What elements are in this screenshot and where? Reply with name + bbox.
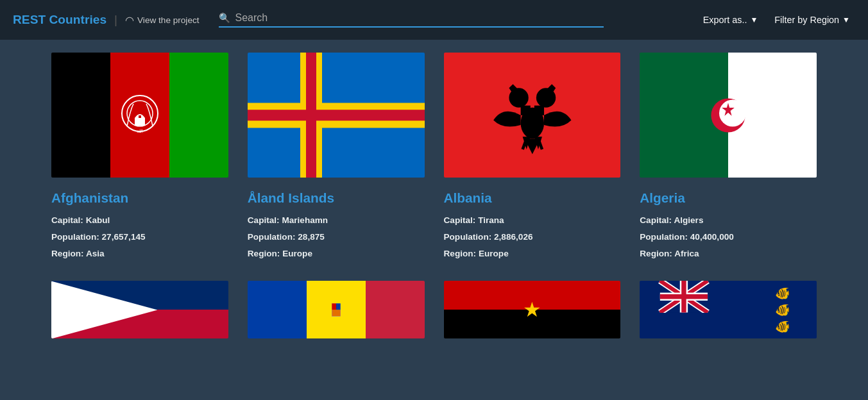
country-card-andorra-partial[interactable]	[248, 281, 425, 338]
svg-line-15	[522, 138, 526, 149]
afg-red-stripe: الله	[110, 53, 169, 178]
flag-albania	[444, 53, 621, 178]
svg-rect-2	[135, 118, 145, 126]
search-icon: 🔍	[219, 13, 230, 24]
search-input[interactable]	[235, 12, 604, 24]
flag-afghanistan: الله	[51, 53, 228, 178]
anguilla-dolphins: 🐠 🐠 🐠	[775, 286, 790, 334]
nav-divider: |	[114, 13, 117, 27]
svg-rect-21	[332, 303, 336, 310]
country-name: Åland Islands	[248, 190, 425, 206]
svg-rect-3	[139, 115, 141, 118]
afghanistan-emblem: الله	[121, 91, 159, 139]
country-info: Capital: Algiers Population: 40,400,000 …	[640, 212, 817, 262]
country-card-afghanistan[interactable]: الله Afghanistan Capital: Kabul Populati…	[51, 53, 228, 262]
region-info: Region: Asia	[51, 246, 228, 262]
flag-algeria	[640, 53, 817, 178]
region-info: Region: Europe	[444, 246, 621, 262]
country-card-aland[interactable]: Åland Islands Capital: Mariehamn Populat…	[248, 53, 425, 262]
country-name: Afghanistan	[51, 190, 228, 206]
afg-black-stripe	[51, 53, 110, 178]
afg-green-stripe	[169, 53, 228, 178]
brand-link[interactable]: REST Countries	[13, 13, 106, 27]
country-card-algeria[interactable]: Algeria Capital: Algiers Population: 40,…	[640, 53, 817, 262]
project-link-text: View the project	[137, 15, 199, 25]
export-button[interactable]: Export as.. ▼	[698, 12, 763, 28]
project-link[interactable]: ◠ View the project	[125, 14, 199, 26]
capital-info: Capital: Tirana	[444, 212, 621, 229]
region-info: Region: Europe	[248, 246, 425, 262]
filter-button[interactable]: Filter by Region ▼	[769, 12, 855, 28]
population-info: Population: 28,875	[248, 229, 425, 246]
filter-label: Filter by Region	[774, 15, 839, 25]
capital-info: Capital: Mariehamn	[248, 212, 425, 229]
albania-eagle-svg	[484, 67, 581, 164]
population-info: Population: 40,400,000	[640, 229, 817, 246]
svg-rect-10	[520, 105, 530, 115]
github-icon: ◠	[125, 14, 134, 26]
country-name: Albania	[444, 190, 621, 206]
search-wrapper: 🔍	[219, 12, 604, 28]
aland-cross-v-inner	[306, 53, 316, 178]
svg-rect-32	[681, 281, 686, 313]
and-yellow-stripe	[307, 281, 366, 338]
angola-emblem: ★	[523, 297, 541, 322]
country-info: Capital: Kabul Population: 27,657,145 Re…	[51, 212, 228, 262]
country-card-albania[interactable]: Albania Capital: Tirana Population: 2,88…	[444, 53, 621, 262]
country-card-angola-partial[interactable]: ★	[444, 281, 621, 338]
country-card-american-samoa-partial[interactable]	[51, 281, 228, 338]
ams-triangle	[51, 281, 157, 338]
partial-row: ★	[51, 281, 817, 338]
svg-point-18	[719, 99, 746, 126]
nav-actions: Export as.. ▼ Filter by Region ▼	[698, 12, 855, 28]
andorra-coa	[330, 301, 343, 319]
algeria-crescent-star	[706, 93, 751, 138]
country-card-anguilla-partial[interactable]: 🐠 🐠 🐠	[640, 281, 817, 338]
flag-angola-partial: ★	[444, 281, 621, 338]
export-label: Export as..	[703, 15, 747, 25]
country-info: Capital: Tirana Population: 2,886,026 Re…	[444, 212, 621, 262]
country-name: Algeria	[640, 190, 817, 206]
capital-info: Capital: Kabul	[51, 212, 228, 229]
svg-rect-23	[332, 310, 340, 316]
union-jack-icon	[640, 281, 728, 313]
flag-andorra-partial	[248, 281, 425, 338]
main-content: الله Afghanistan Capital: Kabul Populati…	[0, 40, 868, 351]
svg-rect-22	[336, 303, 341, 310]
aland-cross-h-inner	[248, 110, 425, 121]
flag-anguilla-partial: 🐠 🐠 🐠	[640, 281, 817, 338]
svg-rect-11	[534, 105, 543, 115]
population-info: Population: 27,657,145	[51, 229, 228, 246]
flag-american-samoa-partial	[51, 281, 228, 338]
country-grid: الله Afghanistan Capital: Kabul Populati…	[51, 53, 817, 262]
svg-line-16	[538, 138, 541, 149]
search-container: 🔍	[219, 12, 679, 28]
population-info: Population: 2,886,026	[444, 229, 621, 246]
and-red-stripe	[366, 281, 425, 338]
flag-aland	[248, 53, 425, 178]
and-blue-stripe	[248, 281, 307, 338]
region-info: Region: Africa	[640, 246, 817, 262]
filter-chevron-icon: ▼	[842, 15, 850, 24]
svg-text:الله: الله	[137, 129, 143, 133]
navbar: REST Countries | ◠ View the project 🔍 Ex…	[0, 0, 868, 40]
capital-info: Capital: Algiers	[640, 212, 817, 229]
country-info: Capital: Mariehamn Population: 28,875 Re…	[248, 212, 425, 262]
export-chevron-icon: ▼	[750, 15, 758, 24]
